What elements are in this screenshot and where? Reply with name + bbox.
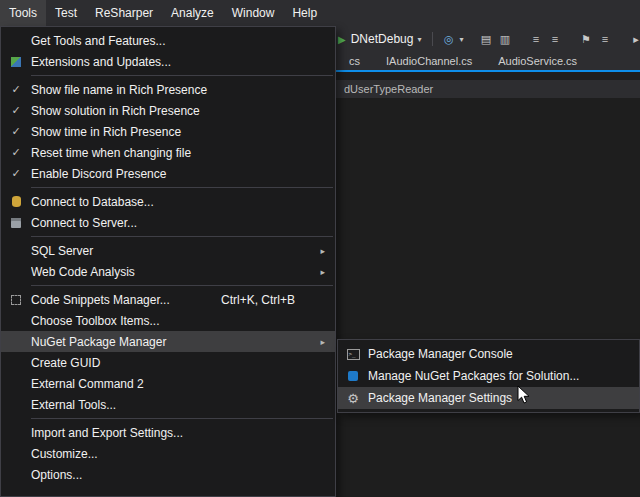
menu-item-external-command-2[interactable]: External Command 2	[1, 373, 335, 394]
menu-item-gutter: ✓	[1, 167, 31, 180]
menu-item-gutter: ⚙	[338, 392, 368, 405]
menubar-item-window[interactable]: Window	[223, 0, 284, 26]
menu-item-reset-time-when-changing-file[interactable]: ✓Reset time when changing file	[1, 142, 335, 163]
menu-item-enable-discord-presence[interactable]: ✓Enable Discord Presence	[1, 163, 335, 184]
menu-separator	[31, 285, 333, 286]
menu-item-web-code-analysis[interactable]: Web Code Analysis▸	[1, 261, 335, 282]
menu-item-package-manager-console[interactable]: >_Package Manager Console	[338, 343, 639, 365]
gear-icon: ⚙	[347, 392, 359, 405]
menu-item-choose-toolbox-items[interactable]: Choose Toolbox Items...	[1, 310, 335, 331]
open-file-icon[interactable]: ▤	[477, 33, 494, 46]
menubar-item-resharper[interactable]: ReSharper	[86, 0, 162, 26]
extensions-icon	[11, 57, 21, 67]
tab-cs[interactable]: cs	[336, 52, 373, 70]
snippets-icon	[11, 295, 21, 305]
manage-packages-icon	[348, 371, 358, 381]
chevron-down-icon[interactable]: ▾	[417, 35, 421, 44]
menu-separator	[31, 187, 333, 188]
breadcrumb[interactable]: dUserTypeReader	[344, 80, 640, 98]
toolbar-separator	[432, 32, 433, 46]
menu-item-create-guid[interactable]: Create GUID	[1, 352, 335, 373]
vs-window: context, string input,Await(false);d.Id,…	[0, 0, 640, 497]
menu-item-gutter: ✓	[1, 83, 31, 96]
menu-item-code-snippets-manager[interactable]: Code Snippets Manager...Ctrl+K, Ctrl+B	[1, 289, 335, 310]
menu-item-label: NuGet Package Manager	[31, 335, 335, 349]
menu-item-label: Connect to Database...	[31, 195, 335, 209]
menu-item-show-solution-in-rich-presence[interactable]: ✓Show solution in Rich Presence	[1, 100, 335, 121]
menu-item-gutter	[338, 371, 368, 381]
submenu-arrow-icon: ▸	[320, 267, 325, 277]
menu-item-get-tools-and-features[interactable]: Get Tools and Features...	[1, 30, 335, 51]
menu-item-show-file-name-in-rich-presence[interactable]: ✓Show file name in Rich Presence	[1, 79, 335, 100]
quick-find-icon[interactable]: ◎	[440, 33, 457, 46]
menu-item-import-and-export-settings[interactable]: Import and Export Settings...	[1, 422, 335, 443]
menu-separator	[31, 418, 333, 419]
save-all-icon[interactable]: ▥	[496, 33, 513, 46]
tab-iaudiochannel-cs[interactable]: IAudioChannel.cs	[373, 52, 485, 70]
menu-item-label: Show file name in Rich Presence	[31, 83, 335, 97]
menubar-item-help[interactable]: Help	[283, 0, 326, 26]
check-icon: ✓	[11, 83, 20, 96]
chevron-down-icon[interactable]: ▾	[459, 35, 463, 44]
menu-item-gutter: ✓	[1, 104, 31, 117]
menu-item-label: Customize...	[31, 447, 335, 461]
menu-item-nuget-package-manager[interactable]: NuGet Package Manager▸	[1, 331, 335, 352]
menu-item-label: Import and Export Settings...	[31, 426, 335, 440]
menu-item-label: Enable Discord Presence	[31, 167, 335, 181]
menu-item-label: Manage NuGet Packages for Solution...	[368, 369, 639, 383]
menu-item-label: Create GUID	[31, 356, 335, 370]
menu-item-gutter: ✓	[1, 125, 31, 138]
menu-item-label: External Tools...	[31, 398, 335, 412]
menu-item-label: Web Code Analysis	[31, 265, 335, 279]
menu-item-label: Show solution in Rich Presence	[31, 104, 335, 118]
menu-item-gutter: ✓	[1, 146, 31, 159]
menu-separator	[31, 75, 333, 76]
check-icon: ✓	[11, 104, 20, 117]
check-icon: ✓	[11, 146, 20, 159]
mouse-cursor	[517, 385, 531, 409]
menu-item-external-tools[interactable]: External Tools...	[1, 394, 335, 415]
menu-item-label: Code Snippets Manager...	[31, 293, 221, 307]
menu-item-options[interactable]: Options...	[1, 464, 335, 485]
menu-item-gutter	[1, 57, 31, 67]
nuget-submenu-popup: >_Package Manager ConsoleManage NuGet Pa…	[337, 339, 640, 413]
menu-item-label: Get Tools and Features...	[31, 34, 335, 48]
menubar-item-test[interactable]: Test	[46, 0, 86, 26]
menu-item-sql-server[interactable]: SQL Server▸	[1, 240, 335, 261]
menu-item-label: Show time in Rich Presence	[31, 125, 335, 139]
menu-item-shortcut: Ctrl+K, Ctrl+B	[221, 293, 295, 307]
increase-indent-icon[interactable]: ≡	[546, 33, 563, 45]
menu-item-package-manager-settings[interactable]: ⚙Package Manager Settings	[338, 387, 639, 409]
debug-target-label[interactable]: DNetDebug	[351, 32, 414, 46]
menu-item-label: Choose Toolbox Items...	[31, 314, 335, 328]
menu-item-show-time-in-rich-presence[interactable]: ✓Show time in Rich Presence	[1, 121, 335, 142]
menu-item-label: Extensions and Updates...	[31, 55, 335, 69]
menu-item-label: SQL Server	[31, 244, 335, 258]
menu-item-label: Package Manager Console	[368, 347, 639, 361]
overflow-chevron-icon[interactable]: ▸	[627, 33, 640, 46]
menu-item-label: Reset time when changing file	[31, 146, 335, 160]
menu-item-connect-to-database[interactable]: Connect to Database...	[1, 191, 335, 212]
bookmark-icon[interactable]: ⚑	[577, 33, 594, 46]
server-icon	[11, 218, 21, 228]
decrease-indent-icon[interactable]: ≡	[527, 33, 544, 45]
comment-lines-icon[interactable]: ≡	[596, 33, 613, 45]
menu-item-extensions-and-updates[interactable]: Extensions and Updates...	[1, 51, 335, 72]
submenu-arrow-icon: ▸	[320, 337, 325, 347]
menu-item-gutter: >_	[338, 349, 368, 360]
tab-audioservice-cs[interactable]: AudioService.cs	[485, 52, 590, 70]
menubar-item-tools[interactable]: Tools	[0, 0, 46, 26]
menu-item-manage-nuget-packages-for-solution[interactable]: Manage NuGet Packages for Solution...	[338, 365, 639, 387]
console-icon: >_	[347, 349, 360, 360]
menu-item-label: Connect to Server...	[31, 216, 335, 230]
menu-item-gutter	[1, 218, 31, 228]
menu-item-gutter	[1, 196, 31, 207]
menu-item-connect-to-server[interactable]: Connect to Server...	[1, 212, 335, 233]
database-icon	[12, 196, 21, 207]
menu-bar: ToolsTestReSharperAnalyzeWindowHelp	[0, 0, 640, 26]
tools-menu-popup: Get Tools and Features...Extensions and …	[0, 26, 336, 497]
start-debugging-icon[interactable]: ▶	[338, 34, 346, 45]
menu-item-customize[interactable]: Customize...	[1, 443, 335, 464]
menu-item-gutter	[1, 295, 31, 305]
menubar-item-analyze[interactable]: Analyze	[162, 0, 223, 26]
